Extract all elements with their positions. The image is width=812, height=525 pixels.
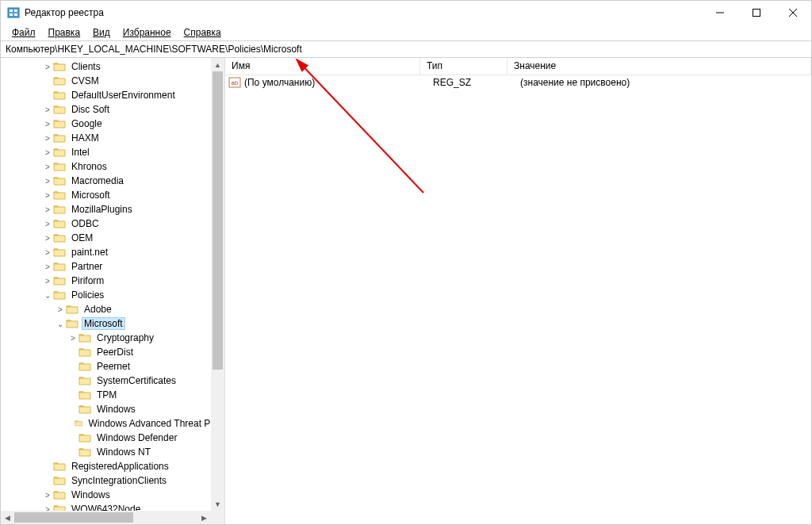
column-type[interactable]: Тип xyxy=(420,58,508,75)
tree-item[interactable]: DefaultUserEnvironment xyxy=(1,88,224,102)
folder-icon xyxy=(53,75,66,86)
close-button[interactable] xyxy=(775,1,811,25)
tree-item[interactable]: >Microsoft xyxy=(1,188,224,202)
scroll-thumb[interactable] xyxy=(213,71,223,370)
folder-icon xyxy=(79,361,91,372)
chevron-right-icon[interactable]: > xyxy=(55,304,66,315)
tree-item-label: paint.net xyxy=(69,246,110,259)
tree-horizontal-scrollbar[interactable]: ◀ ▶ xyxy=(1,511,211,524)
scroll-corner xyxy=(211,511,224,524)
folder-icon xyxy=(79,332,91,343)
tree-item[interactable]: PeerDist xyxy=(1,345,224,359)
minimize-button[interactable] xyxy=(702,1,738,25)
chevron-right-icon[interactable]: > xyxy=(42,175,53,186)
scroll-thumb-h[interactable] xyxy=(14,512,133,523)
folder-icon xyxy=(53,90,66,101)
chevron-right-icon[interactable]: > xyxy=(42,147,53,158)
tree-item[interactable]: Windows NT xyxy=(1,445,224,459)
tree-item[interactable]: >Google xyxy=(1,117,224,131)
scroll-left-icon[interactable]: ◀ xyxy=(1,511,14,524)
chevron-right-icon[interactable]: > xyxy=(42,161,53,172)
tree-vertical-scrollbar[interactable]: ▲ ▼ xyxy=(211,58,224,511)
tree-item[interactable]: >Macromedia xyxy=(1,174,224,188)
tree-item-label: Macromedia xyxy=(69,174,126,187)
tree-item[interactable]: Windows Defender xyxy=(1,431,224,445)
chevron-right-icon[interactable]: > xyxy=(42,104,53,115)
tree-item[interactable]: >Intel xyxy=(1,145,224,159)
list-row[interactable]: ab(По умолчанию)REG_SZ(значение не присв… xyxy=(225,75,811,90)
tree-item-label: OEM xyxy=(69,232,95,244)
folder-icon xyxy=(53,161,66,172)
tree-item-label: SyncIntegrationClients xyxy=(69,474,169,487)
chevron-down-icon[interactable]: ⌄ xyxy=(42,289,53,301)
chevron-right-icon[interactable]: > xyxy=(42,247,53,258)
tree-item[interactable]: ⌄Microsoft xyxy=(1,316,224,331)
folder-icon xyxy=(79,375,91,386)
address-input[interactable] xyxy=(1,41,811,57)
tree-item-label: Windows Advanced Threat Pro xyxy=(86,417,221,430)
tree-item[interactable]: Peernet xyxy=(1,359,224,374)
chevron-right-icon[interactable]: > xyxy=(42,232,53,243)
titlebar: Редактор реестра xyxy=(1,1,811,25)
scroll-up-icon[interactable]: ▲ xyxy=(211,58,224,71)
tree-item[interactable]: Windows Advanced Threat Pro xyxy=(1,416,224,431)
chevron-right-icon[interactable]: > xyxy=(42,61,53,72)
tree-item-label: Disc Soft xyxy=(69,103,112,116)
folder-icon xyxy=(53,489,66,500)
chevron-right-icon[interactable]: > xyxy=(42,218,53,229)
list-pane: Имя Тип Значение ab(По умолчанию)REG_SZ(… xyxy=(225,58,811,524)
chevron-right-icon[interactable]: > xyxy=(42,190,53,201)
tree-item[interactable]: >paint.net xyxy=(1,245,224,259)
chevron-right-icon[interactable]: > xyxy=(42,132,53,144)
column-name[interactable]: Имя xyxy=(225,58,420,75)
menu-view[interactable]: Вид xyxy=(86,25,117,40)
menu-file[interactable]: Файл xyxy=(6,25,42,40)
folder-icon xyxy=(53,132,66,144)
chevron-right-icon[interactable]: > xyxy=(67,332,79,343)
chevron-right-icon[interactable]: > xyxy=(42,118,53,129)
folder-icon xyxy=(53,190,66,201)
tree-item[interactable]: TPM xyxy=(1,388,224,402)
maximize-button[interactable] xyxy=(738,1,775,25)
tree-item[interactable]: >Disc Soft xyxy=(1,102,224,117)
chevron-down-icon[interactable]: ⌄ xyxy=(55,318,66,329)
tree-item[interactable]: >Cryptography xyxy=(1,331,224,345)
list-body[interactable]: ab(По умолчанию)REG_SZ(значение не присв… xyxy=(225,75,811,524)
registry-tree[interactable]: >ClientsCVSMDefaultUserEnvironment>Disc … xyxy=(1,58,224,524)
scroll-right-icon[interactable]: ▶ xyxy=(197,511,211,524)
chevron-right-icon[interactable]: > xyxy=(42,261,53,272)
tree-item[interactable]: ⌄Policies xyxy=(1,288,224,302)
tree-item[interactable]: >Adobe xyxy=(1,302,224,316)
tree-item[interactable]: >Khronos xyxy=(1,159,224,174)
chevron-right-icon[interactable]: > xyxy=(42,275,53,286)
cell-type: REG_SZ xyxy=(433,77,520,88)
tree-pane: >ClientsCVSMDefaultUserEnvironment>Disc … xyxy=(1,58,225,524)
tree-item[interactable]: SyncIntegrationClients xyxy=(1,473,224,488)
tree-item[interactable]: >HAXM xyxy=(1,131,224,145)
chevron-right-icon[interactable]: > xyxy=(42,204,53,215)
tree-item[interactable]: Windows xyxy=(1,402,224,416)
tree-item[interactable]: >OEM xyxy=(1,231,224,245)
tree-item[interactable]: >Piriform xyxy=(1,274,224,288)
tree-item[interactable]: >MozillaPlugins xyxy=(1,202,224,217)
menu-edit[interactable]: Правка xyxy=(42,25,87,40)
cell-value: (значение не присвоено) xyxy=(520,77,811,88)
tree-item-label: Windows NT xyxy=(94,446,153,458)
folder-icon xyxy=(53,475,66,486)
menu-help[interactable]: Справка xyxy=(178,25,228,40)
regedit-icon xyxy=(7,6,20,19)
tree-item[interactable]: RegisteredApplications xyxy=(1,459,224,473)
chevron-right-icon[interactable]: > xyxy=(42,489,53,500)
tree-item[interactable]: >Clients xyxy=(1,59,224,74)
tree-item[interactable]: >Windows xyxy=(1,488,224,502)
column-value[interactable]: Значение xyxy=(508,58,811,75)
tree-item[interactable]: CVSM xyxy=(1,74,224,88)
tree-item[interactable]: >Partner xyxy=(1,259,224,274)
tree-item[interactable]: SystemCertificates xyxy=(1,374,224,388)
scroll-down-icon[interactable]: ▼ xyxy=(211,497,224,511)
main-area: >ClientsCVSMDefaultUserEnvironment>Disc … xyxy=(1,58,811,524)
menu-favorites[interactable]: Избранное xyxy=(117,25,178,40)
folder-icon xyxy=(79,446,91,458)
svg-rect-2 xyxy=(10,13,13,16)
tree-item[interactable]: >ODBC xyxy=(1,217,224,231)
